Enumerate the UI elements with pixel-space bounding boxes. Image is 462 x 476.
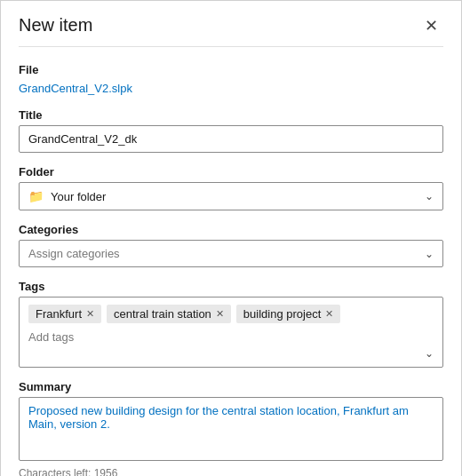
add-tags-placeholder[interactable]: Add tags xyxy=(28,330,74,344)
categories-placeholder: Assign categories xyxy=(28,247,120,260)
tag-chip-label: Frankfurt xyxy=(36,307,82,321)
dialog-title: New item xyxy=(19,15,92,36)
tags-chevron-icon: ⌄ xyxy=(425,347,434,360)
folder-label: Folder xyxy=(19,165,443,178)
summary-textarea[interactable] xyxy=(19,397,443,461)
tag-remove-button[interactable]: ✕ xyxy=(216,309,224,319)
title-input[interactable] xyxy=(19,125,443,153)
dialog-header: New item ✕ xyxy=(19,15,443,47)
tags-label: Tags xyxy=(19,280,443,293)
chars-left: Characters left: 1956 xyxy=(19,467,443,476)
title-field-group: Title xyxy=(19,108,443,153)
tags-box[interactable]: Frankfurt✕central train station✕building… xyxy=(19,297,443,368)
tags-row: Frankfurt✕central train station✕building… xyxy=(28,305,434,323)
tag-chip: central train station✕ xyxy=(107,305,231,323)
folder-chevron-icon: ⌄ xyxy=(425,190,434,202)
file-label: File xyxy=(19,63,443,76)
folder-icon: 📁 xyxy=(28,189,44,203)
tags-field-group: Tags Frankfurt✕central train station✕bui… xyxy=(19,280,443,368)
tag-chip-label: building project xyxy=(243,307,321,321)
categories-chevron-icon: ⌄ xyxy=(425,248,434,260)
new-item-dialog: New item ✕ File GrandCentral_V2.slpk Tit… xyxy=(0,0,462,476)
categories-field-group: Categories Assign categories ⌄ xyxy=(19,223,443,267)
tag-remove-button[interactable]: ✕ xyxy=(325,309,333,319)
file-field-group: File GrandCentral_V2.slpk xyxy=(19,63,443,96)
summary-label: Summary xyxy=(19,380,443,393)
tag-chip-label: central train station xyxy=(114,307,211,321)
close-button[interactable]: ✕ xyxy=(419,16,443,36)
tag-chip: building project✕ xyxy=(236,305,340,323)
summary-field-group: Summary Characters left: 1956 xyxy=(19,380,443,476)
folder-select[interactable]: 📁 Your folder ⌄ xyxy=(19,182,443,210)
title-label: Title xyxy=(19,108,443,122)
categories-select[interactable]: Assign categories ⌄ xyxy=(19,240,443,267)
folder-field-group: Folder 📁 Your folder ⌄ xyxy=(19,165,443,210)
tag-chip: Frankfurt✕ xyxy=(28,305,101,323)
tag-remove-button[interactable]: ✕ xyxy=(86,309,94,319)
categories-label: Categories xyxy=(19,223,443,236)
folder-value: Your folder xyxy=(51,190,106,203)
file-link[interactable]: GrandCentral_V2.slpk xyxy=(19,82,132,95)
